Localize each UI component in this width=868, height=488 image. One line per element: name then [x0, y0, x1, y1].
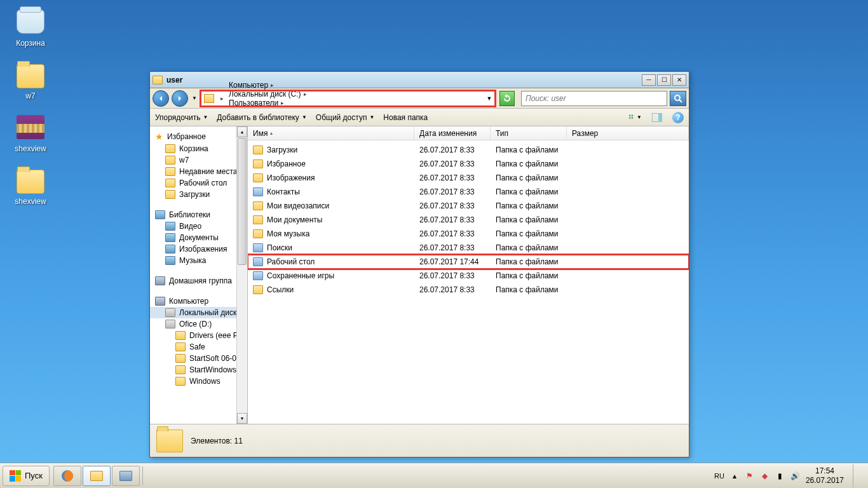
- sidebar-item[interactable]: Ofice (D:): [150, 318, 247, 330]
- system-tray: RU ▴ ⚑ ◆ ▮ 🔊 17:54 26.07.2017: [714, 464, 865, 487]
- desktop-icon-shexview[interactable]: shexview: [6, 112, 55, 153]
- folder-icon: [253, 146, 263, 154]
- sidebar-item[interactable]: Видео: [150, 220, 247, 232]
- organize-button[interactable]: Упорядочить▼: [155, 113, 208, 122]
- sidebar-group-head[interactable]: Компьютер: [150, 295, 247, 307]
- maximize-button[interactable]: ☐: [657, 74, 671, 86]
- sidebar-item[interactable]: Недавние места: [150, 166, 247, 177]
- file-row[interactable]: Избранное26.07.2017 8:33Папка с файлами: [248, 157, 689, 171]
- file-list[interactable]: Загрузки26.07.2017 8:33Папка с файламиИз…: [248, 140, 689, 424]
- sidebar-item[interactable]: Drivers (eee PC: [150, 330, 247, 341]
- column-name[interactable]: Имя: [248, 126, 414, 140]
- file-row[interactable]: Сохраненные игры26.07.2017 8:33Папка с ф…: [248, 269, 689, 283]
- sidebar-item[interactable]: Локальный диск (: [150, 307, 247, 318]
- scroll-thumb[interactable]: [238, 138, 247, 265]
- desktop-icon-shexview[interactable]: shexview: [6, 165, 55, 206]
- taskbar-firefox[interactable]: [53, 466, 81, 486]
- address-bar[interactable]: ▸ Компьютер▸Локальный диск (C:)▸Пользова…: [201, 91, 495, 106]
- column-type[interactable]: Тип: [491, 126, 567, 140]
- scroll-up-button[interactable]: ▴: [237, 126, 247, 137]
- breadcrumb-item[interactable]: Компьютер▸: [227, 81, 311, 90]
- clock[interactable]: 17:54 26.07.2017: [806, 466, 844, 485]
- sidebar-group-head[interactable]: Домашняя группа: [150, 275, 247, 287]
- file-row[interactable]: Мои документы26.07.2017 8:33Папка с файл…: [248, 213, 689, 227]
- sidebar-item[interactable]: Рабочий стол: [150, 177, 247, 189]
- search-input[interactable]: [522, 94, 667, 103]
- volume-icon[interactable]: 🔊: [790, 471, 801, 481]
- column-size[interactable]: Размер: [567, 126, 689, 140]
- security-icon[interactable]: ◆: [760, 471, 770, 481]
- sidebar-group-head[interactable]: ★Избранное: [150, 130, 247, 143]
- sidebar-item[interactable]: Safe: [150, 341, 247, 353]
- close-button[interactable]: ✕: [672, 74, 686, 86]
- file-row[interactable]: Ссылки26.07.2017 8:33Папка с файлами: [248, 283, 689, 297]
- taskbar: Пуск RU ▴ ⚑ ◆ ▮ 🔊 17:54 26.07.2017: [0, 463, 868, 488]
- sidebar-item[interactable]: Документы: [150, 232, 247, 243]
- file-row[interactable]: Рабочий стол26.07.2017 17:44Папка с файл…: [248, 255, 689, 269]
- sidebar-item[interactable]: Корзина: [150, 143, 247, 154]
- column-headers: Имя Дата изменения Тип Размер: [248, 126, 689, 140]
- start-button[interactable]: Пуск: [3, 466, 50, 486]
- folder-icon: [204, 94, 214, 103]
- address-dropdown[interactable]: ▼: [484, 95, 494, 102]
- folder-icon: [253, 229, 263, 238]
- show-desktop-button[interactable]: [853, 464, 862, 487]
- action-center-icon[interactable]: ⚑: [745, 471, 755, 481]
- folder-icon: [253, 173, 263, 182]
- taskbar-app[interactable]: [112, 466, 140, 486]
- desktop-icon-w7[interactable]: w7: [6, 59, 55, 100]
- back-button[interactable]: [153, 90, 169, 107]
- clock-date: 26.07.2017: [806, 476, 844, 485]
- sidebar-group-head[interactable]: Библиотеки: [150, 209, 247, 220]
- minimize-button[interactable]: ─: [642, 74, 656, 86]
- folder-icon: [253, 257, 263, 266]
- view-options-button[interactable]: ▼: [629, 112, 642, 123]
- refresh-button[interactable]: [499, 91, 515, 106]
- file-row[interactable]: Изображения26.07.2017 8:33Папка с файлам…: [248, 171, 689, 185]
- nav-sidebar: ★ИзбранноеКорзинаw7Недавние местаРабочий…: [150, 126, 248, 424]
- history-dropdown[interactable]: ▼: [191, 90, 198, 107]
- file-row[interactable]: Загрузки26.07.2017 8:33Папка с файлами: [248, 143, 689, 157]
- file-row[interactable]: Контакты26.07.2017 8:33Папка с файлами: [248, 185, 689, 199]
- desktop-icons: Корзинаw7shexviewshexview: [6, 6, 55, 217]
- sidebar-item[interactable]: Музыка: [150, 255, 247, 266]
- file-row[interactable]: Моя музыка26.07.2017 8:33Папка с файлами: [248, 227, 689, 241]
- nav-bar: ▼ ▸ Компьютер▸Локальный диск (C:)▸Пользо…: [150, 88, 689, 109]
- svg-line-1: [679, 100, 682, 102]
- add-to-library-button[interactable]: Добавить в библиотеку▼: [217, 113, 306, 122]
- forward-button[interactable]: [172, 90, 188, 107]
- sidebar-item[interactable]: StartSoft 06-06-: [150, 353, 247, 364]
- breadcrumb-root[interactable]: ▸: [217, 95, 227, 102]
- column-date[interactable]: Дата изменения: [414, 126, 491, 140]
- folder-icon: [253, 201, 263, 210]
- svg-rect-3: [632, 114, 634, 116]
- network-icon[interactable]: ▮: [775, 471, 785, 481]
- folder-icon: [153, 76, 163, 85]
- sidebar-item[interactable]: Изображения: [150, 243, 247, 255]
- windows-logo-icon: [10, 470, 21, 482]
- sidebar-item[interactable]: StartWindows: [150, 364, 247, 376]
- sidebar-item[interactable]: Загрузки: [150, 189, 247, 200]
- file-row[interactable]: Мои видеозаписи26.07.2017 8:33Папка с фа…: [248, 199, 689, 213]
- breadcrumb-item[interactable]: Пользователи▸: [227, 98, 311, 107]
- language-indicator[interactable]: RU: [714, 472, 724, 480]
- tray-chevron-icon[interactable]: ▴: [729, 471, 740, 481]
- taskbar-explorer[interactable]: [83, 466, 111, 486]
- search-button[interactable]: [670, 91, 686, 106]
- clock-time: 17:54: [806, 466, 844, 475]
- sidebar-item[interactable]: Windows: [150, 376, 247, 387]
- sidebar-scrollbar[interactable]: ▴ ▾: [236, 126, 247, 424]
- breadcrumb-item[interactable]: Локальный диск (C:)▸: [227, 90, 311, 98]
- share-button[interactable]: Общий доступ▼: [316, 113, 375, 122]
- scroll-down-button[interactable]: ▾: [237, 413, 247, 424]
- new-folder-button[interactable]: Новая папка: [383, 113, 428, 122]
- explorer-window: user ─ ☐ ✕ ▼ ▸ Компьютер▸Локальный диск …: [149, 71, 689, 458]
- file-list-pane: Имя Дата изменения Тип Размер Загрузки26…: [248, 126, 689, 424]
- desktop-icon-корзина[interactable]: Корзина: [6, 6, 55, 48]
- folder-icon: [253, 215, 263, 224]
- file-row[interactable]: Поиски26.07.2017 8:33Папка с файлами: [248, 241, 689, 255]
- sidebar-item[interactable]: w7: [150, 154, 247, 166]
- search-box[interactable]: [521, 91, 667, 106]
- help-button[interactable]: ?: [672, 112, 684, 123]
- preview-pane-button[interactable]: [651, 112, 663, 123]
